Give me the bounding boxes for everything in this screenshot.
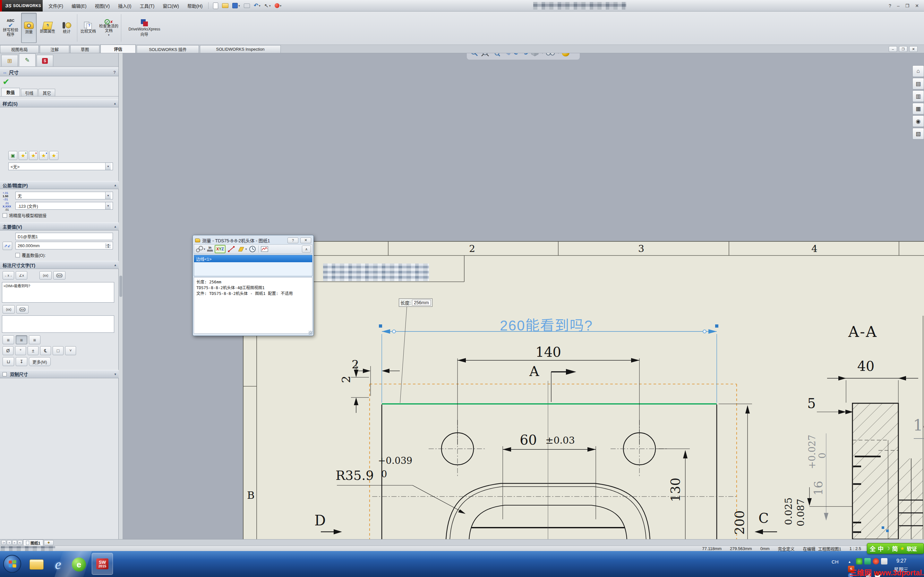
align-center-button[interactable]: ≡ [16, 335, 27, 344]
ribbon-check-active-doc-button[interactable]: ✔✘ 检查激活的文档 ▾ [99, 13, 119, 43]
tray-language[interactable]: CH [832, 559, 838, 564]
flyout-caret-icon[interactable]: ▾ [108, 33, 110, 37]
projection-button[interactable]: ▾ [237, 245, 247, 253]
menu-tools[interactable]: 工具(T) [140, 3, 154, 9]
ribbon-section-props-button[interactable]: ↰ 剖面属性 [38, 13, 57, 43]
taskbar-explorer-icon[interactable] [29, 559, 44, 570]
tray-clipboard-icon[interactable] [881, 558, 887, 564]
measure-dialog[interactable]: 测量 - TDS75-8-8-2机头体 - 图纸1 ? ✕ ▾ inmm XYZ… [192, 235, 314, 336]
text-angle-button[interactable]: ∠x [16, 271, 27, 279]
second-paren-button[interactable]: (xx) [3, 305, 15, 314]
ime-softkeys[interactable]: 软证 [907, 545, 917, 552]
override-checkbox[interactable] [15, 253, 20, 258]
primary-value-section-header[interactable]: 主要值(V)▴ [0, 222, 119, 230]
subtab-value[interactable]: 数值 [1, 88, 20, 96]
measure-dialog-titlebar[interactable]: 测量 - TDS75-8-8-2机头体 - 图纸1 ? ✕ [194, 236, 312, 244]
custom-properties-tab-icon[interactable]: ▧ [913, 128, 924, 139]
subtab-other[interactable]: 其它 [39, 89, 55, 96]
sheet-nav-first[interactable]: |◂ [1, 540, 6, 545]
tab-sketch[interactable]: 草图 [70, 45, 99, 53]
menu-view[interactable]: 视图(V) [95, 3, 110, 9]
tray-expand-icon[interactable]: ▲ [848, 560, 851, 564]
depth-symbol-button[interactable]: ↧ [16, 357, 27, 366]
open-doc-icon[interactable] [222, 3, 228, 8]
tol-60-text[interactable]: ±0.03 [545, 435, 575, 446]
view-palette-tab-icon[interactable]: ▦ [913, 103, 924, 114]
close-icon[interactable]: ✕ [915, 3, 919, 8]
menu-edit[interactable]: 编辑(E) [71, 3, 87, 9]
tab-sw-addins[interactable]: SOLIDWORKS 插件 [137, 45, 199, 53]
help-icon[interactable]: ? [889, 3, 891, 8]
collapse-button[interactable]: ∧ [302, 245, 311, 253]
tray-red-icon[interactable] [873, 558, 879, 564]
taskbar-ie-icon[interactable]: e [51, 557, 65, 572]
tab-annotation[interactable]: 注解 [40, 45, 69, 53]
menu-insert[interactable]: 插入(I) [118, 3, 131, 9]
ribbon-measure-button[interactable]: 测量 [21, 13, 37, 43]
more-button[interactable]: 更多(M) [29, 357, 51, 366]
select-pointer-icon[interactable]: ↖▾ [264, 3, 271, 9]
arc-measure-button[interactable]: ▾ [195, 245, 205, 253]
dim-text-area-2[interactable] [2, 316, 114, 333]
ribbon-compare-docs-button[interactable]: ? 比较文档 [79, 13, 97, 43]
tray-clock[interactable]: 9:27 [897, 558, 906, 564]
slot-symbol-button[interactable]: ⊔ [3, 357, 14, 366]
sw-options-icon[interactable]: ▾ [275, 3, 282, 8]
sheet-nav-last[interactable]: ▸| [18, 540, 23, 545]
ribbon-driveworks-button[interactable]: DriveWorksXpress 向导 [123, 13, 166, 43]
more-symbols-caret-button[interactable]: ˅ [65, 346, 76, 355]
dim-5-text[interactable]: 5 [807, 396, 816, 411]
print-icon[interactable] [244, 3, 250, 8]
measure-close-button[interactable]: ✕ [300, 237, 311, 243]
xyz-button[interactable]: XYZ [215, 245, 225, 253]
pm-help-icon[interactable]: ? [113, 70, 116, 75]
selection-list-item[interactable]: 边线<1> [194, 255, 312, 262]
measure-help-button[interactable]: ? [288, 237, 298, 243]
dual-dimension-section-header[interactable]: 双制尺寸▾ [0, 370, 119, 378]
add-sheet-button[interactable]: ✚ [44, 540, 53, 545]
dimension-value-field[interactable]: 260.000mm ▲ ▼ [15, 242, 113, 250]
panel-scrollbar[interactable] [119, 53, 123, 539]
ribbon-statistics-button[interactable]: 统计 [58, 13, 75, 43]
dialog-resize-grip[interactable] [309, 331, 312, 335]
create-sensor-button[interactable] [260, 245, 269, 253]
tab-evaluate[interactable]: 评估 [100, 45, 136, 53]
tab-view-layout[interactable]: 视图布局 [0, 45, 39, 53]
resources-tab-icon[interactable]: ⌂ [913, 65, 924, 77]
second-rounded-paren-button[interactable]: (xx) [16, 305, 29, 314]
align-right-button[interactable]: ≡ [29, 335, 40, 344]
value-spinner-up[interactable]: ▲ [106, 243, 111, 245]
taskbar-browser360-icon[interactable]: e [72, 558, 86, 572]
style-apply-default-button[interactable]: ▣ [8, 151, 17, 160]
menu-file[interactable]: 文件(F) [48, 3, 63, 9]
sheet-nav-prev[interactable]: ◂ [7, 540, 11, 545]
measure-selection-list[interactable]: 边线<1> [194, 255, 312, 276]
dim-60-text[interactable]: 60 [520, 432, 537, 448]
restore-icon[interactable]: ❐ [905, 3, 909, 8]
inspection-tab[interactable]: S [37, 55, 53, 66]
style-section-header[interactable]: 样式(S)▴ [0, 99, 118, 107]
style-save-button[interactable]: ★▾ [39, 151, 48, 160]
text-position-button[interactable]: ←x→ [3, 271, 14, 279]
dim-140-text[interactable]: 140 [535, 344, 561, 360]
ime-full-half[interactable]: 全 [870, 544, 876, 553]
measure-history-button[interactable] [249, 245, 256, 253]
tray-green-icon[interactable] [864, 558, 871, 564]
tolerance-type-dropdown[interactable]: 无▾ [15, 192, 113, 199]
dim-40-text[interactable]: 40 [857, 358, 874, 374]
minimize-icon[interactable]: – [897, 3, 900, 8]
precision-dropdown[interactable]: .123 (文件)▾ [15, 202, 113, 210]
square-symbol-button[interactable]: □ [53, 346, 63, 355]
units-button[interactable]: inmm [207, 246, 213, 252]
style-delete-button[interactable]: ★× [29, 151, 38, 160]
file-explorer-tab-icon[interactable]: ▥ [913, 90, 924, 102]
save-icon[interactable]: ▾ [232, 3, 240, 8]
propertymanager-tab[interactable]: ✎ [19, 53, 36, 66]
featuremanager-tab[interactable]: ⊞ [1, 55, 18, 66]
style-load-button[interactable]: ★▫ [49, 151, 58, 160]
ime-bar[interactable]: 全 中 ☽ 简 ★ 软证 [867, 543, 924, 554]
new-doc-icon[interactable] [213, 3, 218, 9]
dim-2h-text[interactable]: 2 [352, 358, 359, 371]
style-add-button[interactable]: ★+ [19, 151, 27, 160]
doc-minimize-icon[interactable]: – [889, 46, 897, 52]
